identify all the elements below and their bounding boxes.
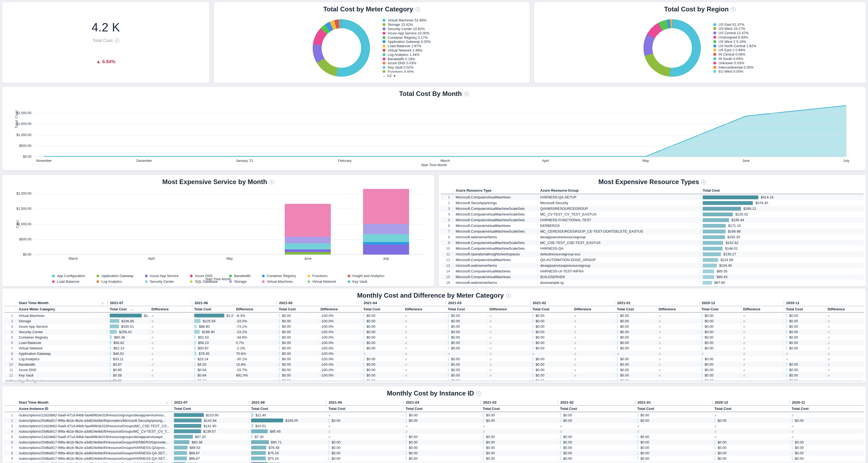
bar-segment[interactable] bbox=[285, 204, 331, 237]
difference-header[interactable]: Difference bbox=[234, 307, 276, 311]
bar-segment[interactable] bbox=[363, 244, 409, 255]
legend-item[interactable]: US West 19.17% bbox=[713, 27, 756, 31]
table-row[interactable]: 6Microsoft.Compute/virtualMachinesKERBER… bbox=[441, 223, 864, 229]
legend-item[interactable]: Functions 0.00% bbox=[382, 70, 431, 73]
bar-segment[interactable] bbox=[363, 189, 409, 224]
table-row[interactable]: 9Log Analytics$33.11ø$23.14-30.1%$0.00-1… bbox=[4, 356, 864, 361]
total-cost-header[interactable]: Total Cost bbox=[361, 307, 403, 311]
total-cost-header[interactable]: Total Cost bbox=[107, 307, 149, 311]
total-cost-header[interactable]: Total Cost bbox=[480, 407, 558, 411]
total-cost-header[interactable]: Total Cost bbox=[783, 307, 825, 311]
legend-item[interactable]: Virtual Network 2.46% bbox=[382, 48, 431, 53]
table-row[interactable]: 12Key Vault$0.08ø$0.64691.0%$0.00-100.0%… bbox=[4, 373, 864, 378]
table-row[interactable]: 1Microsoft.Compute/virtualMachinesHARNES… bbox=[441, 194, 864, 200]
difference-header[interactable]: Difference bbox=[741, 307, 783, 311]
difference-header[interactable]: Difference bbox=[149, 307, 192, 311]
legend-item[interactable]: Virtual Machines 52.88% bbox=[382, 18, 431, 23]
sort-chevron-icon[interactable] bbox=[130, 308, 133, 311]
table-row[interactable]: 5Container Registry$80.36ø$52.53-34.6%$0… bbox=[4, 335, 864, 340]
legend-item[interactable]: Container Registry 3.17% bbox=[382, 35, 431, 39]
table-row[interactable]: 8microsoft.web/serverfarmsdevappservicer… bbox=[441, 234, 864, 240]
total-cost-header[interactable]: Total Cost bbox=[789, 407, 866, 411]
legend-item[interactable]: Azure DNS 0.03% bbox=[382, 61, 431, 65]
table-row[interactable]: 10Bandwidth$3.67ø$4.2515.8%$0.00-100.0%$… bbox=[4, 361, 864, 367]
total-cost-header[interactable]: Total Cost bbox=[558, 407, 635, 411]
total-cost-header[interactable]: Total Cost bbox=[326, 407, 403, 411]
table-row[interactable]: 2/subscriptions/20d6a917-99fa-4b1b-9b2e-… bbox=[4, 418, 864, 423]
legend-item[interactable]: Intercontinental 0.00% bbox=[713, 65, 756, 69]
bar-segment[interactable] bbox=[363, 224, 409, 234]
page-down-icon[interactable]: ▼ bbox=[393, 74, 396, 78]
info-icon[interactable]: i bbox=[506, 293, 511, 298]
table-row[interactable]: 10Microsoft.Compute/virtualMachineScaleS… bbox=[441, 245, 864, 251]
table-row[interactable]: 8Application Gateway$46.52ø$79.3570.6%$0… bbox=[4, 351, 864, 356]
total-cost-header[interactable]: Total Cost bbox=[172, 407, 249, 411]
legend-item[interactable]: Application Gateway bbox=[96, 273, 133, 279]
legend-item[interactable]: Functions bbox=[308, 273, 336, 279]
bar-segment[interactable] bbox=[363, 242, 409, 244]
legend-item[interactable]: US East 2 0.94% bbox=[713, 48, 756, 52]
legend-item[interactable]: Container Registry bbox=[262, 273, 296, 279]
table-row[interactable]: 6Load Balancer$55.82ø$56.230.7%$0.00-100… bbox=[4, 340, 864, 345]
difference-header[interactable]: Difference bbox=[403, 307, 445, 311]
table-row[interactable]: 10/subscriptions/20d6a917-99fa-4b1b-9b2e… bbox=[4, 461, 864, 463]
difference-header[interactable]: Difference bbox=[318, 307, 361, 311]
legend-item[interactable]: IN Central 0.06% bbox=[713, 52, 756, 57]
total-cost-header[interactable]: Total Cost bbox=[712, 407, 789, 411]
table-row[interactable]: 8/subscriptions/20d6a917-99fa-4b1b-9b2e-… bbox=[4, 450, 864, 456]
legend-item[interactable]: Bandwidth 0.19% bbox=[382, 57, 431, 61]
legend-item[interactable]: Storage bbox=[229, 279, 251, 284]
table-row[interactable]: 5/subscriptions/12d2db62-5aa9-471d-84bb-… bbox=[4, 434, 864, 439]
bar-segment[interactable] bbox=[363, 234, 409, 242]
bar-segment[interactable] bbox=[285, 237, 331, 243]
table-row[interactable]: 11Azure DNS$0.65ø$0.54-15.7%$0.00-100.0%… bbox=[4, 367, 864, 373]
table-row[interactable]: 2Microsoft.Security/pricingsMicrosoft.Se… bbox=[441, 200, 864, 206]
table-row[interactable]: 12Microsoft.Compute/virtualMachinesQA-AU… bbox=[441, 257, 864, 263]
region-donut[interactable] bbox=[643, 19, 701, 77]
scroll-left-icon[interactable]: ‹ bbox=[101, 301, 103, 305]
table-row[interactable]: 3/subscriptions/12d2db62-5aa9-471d-84bb-… bbox=[4, 423, 864, 429]
legend-item[interactable]: Unassigned 8.93% bbox=[713, 35, 756, 39]
legend-item[interactable]: Azure DNS bbox=[190, 273, 218, 279]
table-row[interactable]: 13microsoft.web/serverfarmsdevappservice… bbox=[441, 263, 864, 268]
difference-header[interactable]: Difference bbox=[571, 307, 614, 311]
area-chart[interactable]: $2,000.00$1,500.00$1,000.00$500.00$0.00N… bbox=[34, 102, 849, 157]
bar-segment[interactable] bbox=[285, 252, 331, 255]
table-row[interactable]: 4Microsoft.Compute/virtualMachineScaleSe… bbox=[441, 211, 864, 217]
info-icon[interactable]: i bbox=[115, 38, 120, 43]
table-row[interactable]: 7/subscriptions/20d6a917-99fa-4b1b-9b2e-… bbox=[4, 445, 864, 450]
legend-item[interactable]: Key Vault bbox=[348, 279, 385, 284]
legend-item[interactable]: Key Vault 0.02% bbox=[382, 65, 431, 70]
bar-segment[interactable] bbox=[285, 250, 331, 252]
legend-item[interactable]: Load Balancer bbox=[52, 279, 85, 284]
difference-header[interactable]: Difference bbox=[825, 307, 866, 311]
legend-item[interactable]: Virtual Machines bbox=[262, 279, 296, 284]
table-row[interactable]: 3Azure App Service$330.51ø$88.80-73.1%$0… bbox=[4, 324, 864, 329]
info-icon[interactable]: i bbox=[464, 92, 469, 96]
table-row[interactable]: 7Microsoft.Compute/virtualMachineScaleSe… bbox=[441, 229, 864, 234]
page-up-icon[interactable]: ▲ bbox=[382, 74, 385, 78]
table-row[interactable]: 5Microsoft.Compute/virtualMachineScaleSe… bbox=[441, 217, 864, 223]
total-cost-header[interactable]: Total Cost bbox=[192, 307, 234, 311]
info-icon[interactable]: i bbox=[731, 7, 736, 12]
table-row[interactable]: 7Virtual Network$52.13ø$50.97-2.2%$0.00-… bbox=[4, 345, 864, 351]
legend-item[interactable]: Log Analytics 1.34% bbox=[382, 52, 431, 57]
legend-item[interactable]: Application Gateway 3.00% bbox=[382, 39, 431, 44]
total-cost-header[interactable]: Total Cost bbox=[445, 307, 487, 311]
table-row[interactable]: 1/subscriptions/12d2db62-5aa9-471d-84bb-… bbox=[4, 412, 864, 418]
legend-item[interactable]: Storage 13.42% bbox=[382, 23, 431, 27]
legend-item[interactable]: Security Center 10.82% bbox=[382, 27, 431, 31]
legend-item[interactable]: Virtual Network bbox=[308, 279, 336, 284]
table-row[interactable]: 4Security Center$256.42ø$196.90-23.2%$0.… bbox=[4, 329, 864, 335]
table-row[interactable]: 14Microsoft.Compute/virtualMachinesHARNE… bbox=[441, 268, 864, 274]
stacked-bar[interactable] bbox=[285, 204, 331, 255]
legend-item[interactable]: EU West 0.00% bbox=[713, 69, 756, 74]
info-icon[interactable]: i bbox=[415, 7, 420, 12]
legend-item[interactable]: Load Balancer 2.67% bbox=[382, 44, 431, 48]
table-row[interactable]: 9Microsoft.Compute/virtualMachineScaleSe… bbox=[441, 240, 864, 245]
total-cost-header[interactable]: Total Cost bbox=[699, 307, 741, 311]
table-row[interactable]: 16microsoft.web/serverfarmsdocexample-rg… bbox=[441, 280, 864, 285]
legend-item[interactable]: Azure App Service bbox=[145, 273, 179, 279]
legend-item[interactable]: IN South 0.04% bbox=[713, 57, 756, 61]
legend-item[interactable]: Insight and Analytics bbox=[348, 273, 385, 279]
